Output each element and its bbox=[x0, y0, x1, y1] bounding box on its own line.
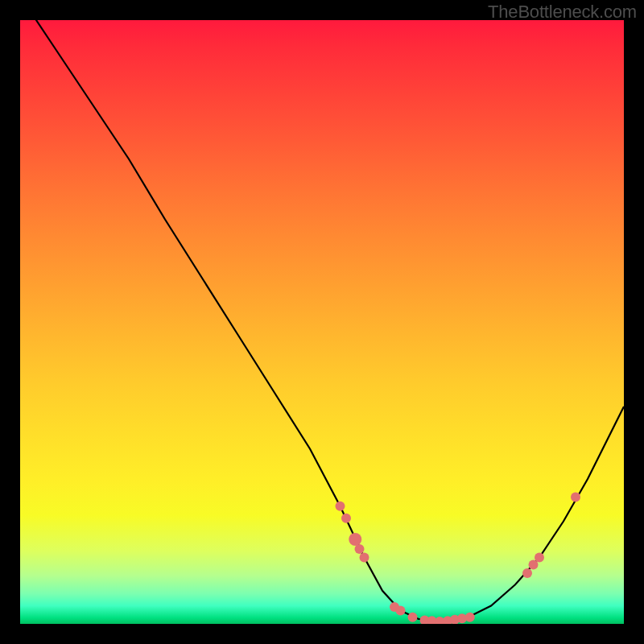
data-point bbox=[336, 502, 345, 511]
data-point bbox=[355, 544, 365, 554]
data-point bbox=[349, 533, 361, 546]
marker-group bbox=[336, 493, 581, 625]
data-point bbox=[408, 613, 418, 622]
data-point bbox=[396, 606, 406, 616]
data-point bbox=[465, 613, 475, 622]
chart-frame bbox=[20, 20, 624, 624]
watermark-text: TheBottleneck.com bbox=[488, 2, 637, 23]
curve-line bbox=[20, 20, 624, 621]
data-point bbox=[341, 514, 351, 523]
data-point bbox=[571, 493, 580, 502]
data-point bbox=[522, 568, 532, 578]
chart-plot bbox=[20, 20, 624, 624]
data-point bbox=[535, 553, 544, 563]
data-point bbox=[360, 553, 369, 563]
